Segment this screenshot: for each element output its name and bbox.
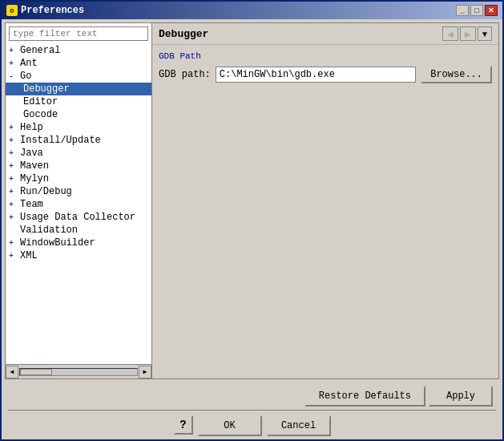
sidebar-item-java[interactable]: + Java: [6, 147, 151, 160]
sidebar-item-validation[interactable]: + Validation: [6, 224, 151, 237]
expand-icon: +: [9, 162, 18, 171]
restore-apply-row: Restore Defaults Apply: [8, 386, 496, 407]
maximize-button[interactable]: □: [470, 5, 483, 16]
tree-scrollbar: ◀ ▶: [6, 364, 151, 378]
sidebar-item-xml[interactable]: + XML: [6, 249, 151, 262]
right-panel-title: Debugger: [159, 28, 208, 40]
right-header: Debugger ◀ ▶ ▼: [152, 23, 498, 45]
close-button[interactable]: ✕: [485, 5, 498, 16]
expand-icon: -: [9, 72, 18, 81]
sidebar-item-label: Team: [20, 199, 43, 210]
sidebar-item-label: Ant: [20, 58, 38, 69]
expand-icon: +: [9, 136, 18, 145]
help-button[interactable]: ?: [174, 415, 193, 435]
sidebar-item-help[interactable]: + Help: [6, 121, 151, 134]
browse-button[interactable]: Browse...: [421, 66, 492, 83]
sidebar-item-label: Validation: [20, 225, 78, 236]
minimize-button[interactable]: _: [456, 5, 469, 16]
sidebar-item-go[interactable]: - Go: [6, 70, 151, 83]
sidebar-item-install-update[interactable]: + Install/Update: [6, 134, 151, 147]
sidebar-item-windowbuilder[interactable]: + WindowBuilder: [6, 237, 151, 249]
sidebar-item-label: Java: [20, 148, 43, 159]
title-buttons: _ □ ✕: [456, 5, 498, 16]
content-area: + General + Ant - Go: [2, 19, 502, 439]
ok-cancel-row: ? OK Cancel: [8, 410, 496, 436]
gdb-path-input[interactable]: [216, 67, 416, 83]
nav-dropdown-button[interactable]: ▼: [478, 26, 492, 41]
gdb-path-row: GDB path: Browse...: [159, 66, 492, 83]
expand-icon: +: [9, 213, 18, 222]
sidebar-item-label: Install/Update: [20, 135, 101, 146]
window-icon: ⚙: [6, 5, 18, 16]
main-split: + General + Ant - Go: [5, 22, 499, 379]
sidebar-item-maven[interactable]: + Maven: [6, 160, 151, 172]
sidebar-item-label: Gocode: [23, 109, 58, 120]
sidebar-item-label: WindowBuilder: [20, 237, 95, 249]
sidebar-item-mylyn[interactable]: + Mylyn: [6, 172, 151, 185]
apply-button[interactable]: Apply: [429, 386, 493, 407]
sidebar-item-label: Run/Debug: [20, 186, 72, 197]
right-panel: Debugger ◀ ▶ ▼ GDB Path GDB path: Browse…: [152, 23, 498, 378]
sidebar-item-label: Editor: [23, 96, 58, 107]
sidebar-item-editor[interactable]: Editor: [6, 95, 151, 108]
sidebar-item-label: Mylyn: [20, 173, 49, 184]
expand-icon: +: [9, 47, 18, 55]
expand-icon: +: [9, 239, 18, 248]
expand-icon: +: [9, 149, 18, 158]
scroll-right-button[interactable]: ▶: [139, 366, 151, 378]
sidebar-item-label: Go: [20, 71, 31, 82]
expand-icon: +: [9, 200, 18, 209]
scroll-left-button[interactable]: ◀: [6, 366, 18, 378]
sidebar-item-run-debug[interactable]: + Run/Debug: [6, 185, 151, 198]
gdb-path-section-label: GDB Path: [159, 51, 492, 61]
ok-button[interactable]: OK: [198, 415, 262, 436]
expand-icon: +: [9, 188, 18, 196]
sidebar-item-usage-data-collector[interactable]: + Usage Data Collector: [6, 211, 151, 224]
filter-input[interactable]: [9, 26, 148, 41]
sidebar-item-general[interactable]: + General: [6, 44, 151, 57]
sidebar-item-label: Debugger: [23, 83, 70, 95]
left-panel: + General + Ant - Go: [6, 23, 152, 378]
title-bar: ⚙ Preferences _ □ ✕: [2, 2, 502, 19]
sidebar-item-team[interactable]: + Team: [6, 198, 151, 211]
expand-icon: +: [9, 123, 18, 132]
restore-defaults-button[interactable]: Restore Defaults: [304, 386, 425, 407]
sidebar-item-debugger[interactable]: Debugger: [6, 83, 151, 95]
tree-container: + General + Ant - Go: [6, 44, 151, 364]
gdb-path-label: GDB path:: [159, 69, 211, 80]
sidebar-item-ant[interactable]: + Ant: [6, 57, 151, 70]
sidebar-item-label: XML: [20, 250, 38, 261]
scrollbar-thumb[interactable]: [20, 369, 52, 375]
sidebar-item-gocode[interactable]: Gocode: [6, 108, 151, 121]
scrollbar-track[interactable]: [19, 368, 138, 376]
nav-buttons: ◀ ▶ ▼: [442, 26, 492, 41]
expand-icon: +: [9, 252, 18, 261]
cancel-button[interactable]: Cancel: [267, 415, 331, 436]
nav-back-button[interactable]: ◀: [442, 26, 458, 41]
sidebar-item-label: Help: [20, 122, 43, 133]
window-title: Preferences: [21, 5, 84, 16]
preferences-window: ⚙ Preferences _ □ ✕ + General: [0, 0, 504, 441]
bottom-area: Restore Defaults Apply ? OK Cancel: [2, 382, 502, 439]
sidebar-item-label: General: [20, 45, 60, 56]
sidebar-item-label: Maven: [20, 160, 49, 172]
sidebar-item-label: Usage Data Collector: [20, 212, 135, 223]
expand-icon: +: [9, 175, 18, 184]
right-content: GDB Path GDB path: Browse...: [152, 45, 498, 378]
nav-forward-button[interactable]: ▶: [460, 26, 476, 41]
expand-icon: +: [9, 59, 18, 68]
